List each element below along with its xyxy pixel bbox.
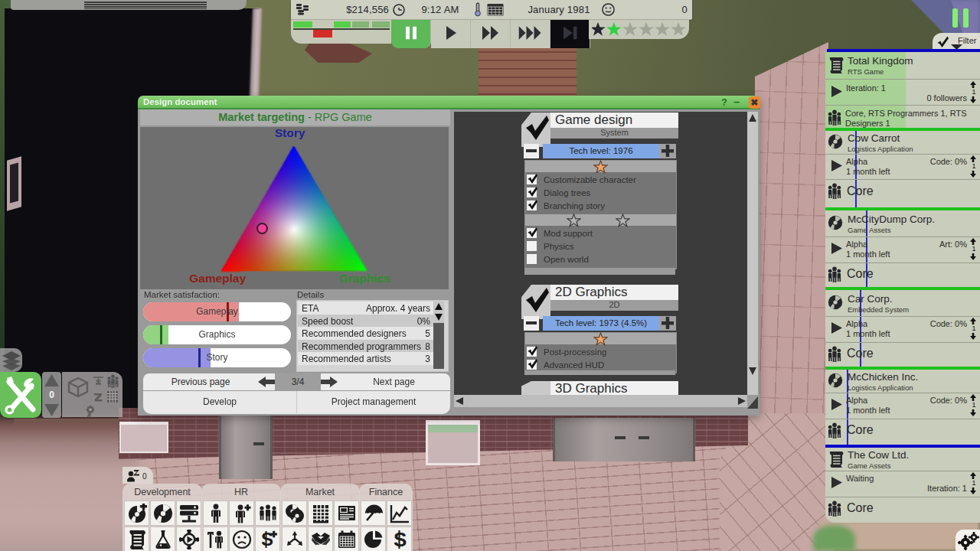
svg-text:S: S <box>394 530 407 549</box>
svg-text:S: S <box>261 530 273 549</box>
